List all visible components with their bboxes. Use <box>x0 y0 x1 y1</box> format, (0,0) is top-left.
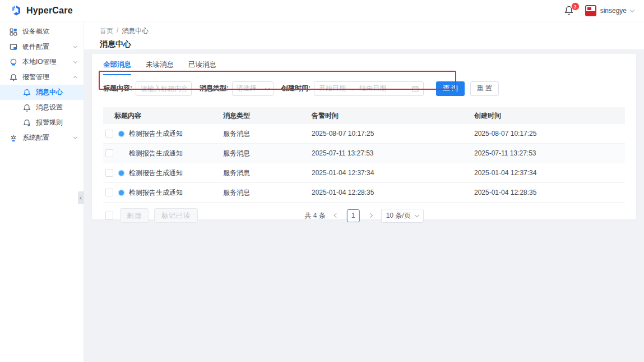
table-row[interactable]: 检测报告生成通知 服务消息 2025-01-04 12:37:34 2025-0… <box>103 163 625 183</box>
sidebar-item-local-io[interactable]: 本地IO管理 <box>0 54 84 70</box>
search-button[interactable]: 查询 <box>436 81 465 96</box>
sidebar-item-device-overview[interactable]: 设备概览 <box>0 24 84 39</box>
message-center-icon <box>22 88 31 97</box>
breadcrumb-separator: / <box>117 26 118 36</box>
alarm-time: 2025-01-04 12:28:35 <box>312 189 474 196</box>
title-content-input[interactable] <box>136 81 192 96</box>
unread-dot-icon <box>119 131 124 136</box>
chevron-up-icon <box>73 76 77 80</box>
message-title: 检测报告生成通知 <box>129 129 183 139</box>
table-row[interactable]: 检测报告生成通知 服务消息 2025-07-11 13:27:53 2025-0… <box>103 144 625 163</box>
chevron-down-icon <box>414 213 419 217</box>
user-menu[interactable]: sinsegye <box>585 5 634 16</box>
mark-read-button[interactable]: 标记已读 <box>154 208 198 223</box>
page-head: 首页 / 消息中心 消息中心 <box>84 21 644 49</box>
create-time: 2025-01-04 12:28:35 <box>474 189 625 196</box>
chevron-right-icon <box>368 213 372 218</box>
table-row[interactable]: 检测报告生成通知 服务消息 2025-08-07 10:17:25 2025-0… <box>103 124 625 144</box>
brand: HyperCare <box>10 4 73 17</box>
select-all-checkbox[interactable] <box>105 212 113 219</box>
gear-icon <box>9 134 17 142</box>
sidebar-item-alarm-rules[interactable]: 报警规则 <box>0 115 84 130</box>
range-arrow: → <box>349 85 356 93</box>
message-type-select[interactable]: 请选择 <box>232 81 274 96</box>
chevron-down-icon <box>265 85 270 90</box>
select-placeholder: 请选择 <box>237 84 257 93</box>
row-checkbox[interactable] <box>105 189 113 196</box>
alarm-time: 2025-07-11 13:27:53 <box>312 149 474 157</box>
table-header: 标题内容 消息类型 告警时间 创建时间 <box>103 107 625 124</box>
row-checkbox[interactable] <box>105 130 113 138</box>
tab-read-messages[interactable]: 已读消息 <box>188 60 216 75</box>
sidebar-item-message-center[interactable]: 消息中心 <box>0 85 84 100</box>
sidebar-item-label: 报警管理 <box>22 72 74 82</box>
table-footer: 删除 标记已读 共 4 条 1 10 条/页 <box>103 208 625 223</box>
page-number-1[interactable]: 1 <box>347 209 360 222</box>
chevron-down-icon <box>73 59 77 63</box>
top-bar: HyperCare 3 sinsegye <box>0 0 644 21</box>
brand-name: HyperCare <box>26 6 73 16</box>
reset-button[interactable]: 重置 <box>470 81 499 96</box>
delete-button[interactable]: 删除 <box>120 208 149 223</box>
prev-page-button[interactable] <box>333 214 340 217</box>
sidebar-item-label: 硬件配置 <box>22 42 74 52</box>
table-row[interactable]: 检测报告生成通知 服务消息 2025-01-04 12:28:35 2025-0… <box>103 183 625 203</box>
breadcrumb-current: 消息中心 <box>122 26 149 36</box>
message-table: 标题内容 消息类型 告警时间 创建时间 检测报告生成通知 服务消息 2025-0… <box>103 107 625 203</box>
top-bar-right: 3 sinsegye <box>564 5 634 16</box>
message-title: 检测报告生成通知 <box>129 149 183 158</box>
col-type: 消息类型 <box>223 111 312 121</box>
calendar-icon <box>412 85 419 92</box>
sidebar-item-label: 设备概览 <box>22 27 77 36</box>
col-title: 标题内容 <box>114 111 223 121</box>
chevron-down-icon <box>630 7 634 12</box>
notification-badge: 3 <box>571 2 580 11</box>
grid-icon <box>9 28 17 36</box>
avatar <box>585 5 596 16</box>
sidebar-item-hardware-config[interactable]: 硬件配置 <box>0 39 84 54</box>
unread-dot-icon <box>119 171 124 176</box>
message-center-card: 全部消息 未读消息 已读消息 标题内容: 消息类型: 请选择 创建时间: 开始日… <box>92 54 636 219</box>
hardware-icon <box>9 43 17 51</box>
message-type: 服务消息 <box>223 168 312 178</box>
message-title: 检测报告生成通知 <box>129 168 183 178</box>
type-filter-label: 消息类型: <box>200 84 229 93</box>
pagination: 共 4 条 1 10 条/页 <box>304 209 423 223</box>
breadcrumb-home[interactable]: 首页 <box>100 26 113 36</box>
username: sinsegye <box>600 7 627 15</box>
message-type: 服务消息 <box>223 149 312 158</box>
page-size-select[interactable]: 10 条/页 <box>381 209 424 223</box>
row-checkbox[interactable] <box>105 149 113 157</box>
chevron-left-icon <box>333 213 338 218</box>
create-time: 2025-01-04 12:37:34 <box>474 169 625 177</box>
chevron-down-icon <box>73 44 77 48</box>
alarm-time: 2025-08-07 10:17:25 <box>312 130 474 138</box>
sidebar-item-system-config[interactable]: 系统配置 <box>0 130 84 145</box>
app-root: HyperCare 3 sinsegye <box>0 0 644 362</box>
date-range-picker[interactable]: 开始日期 → 结束日期 <box>314 81 424 96</box>
sidebar-item-alarm-management[interactable]: 报警管理 <box>0 70 84 85</box>
sidebar-item-label: 系统配置 <box>22 133 74 143</box>
sidebar-item-label: 本地IO管理 <box>22 57 74 67</box>
filter-bar: 标题内容: 消息类型: 请选择 创建时间: 开始日期 → 结束日期 <box>103 81 625 96</box>
message-type: 服务消息 <box>223 188 312 198</box>
tab-unread-messages[interactable]: 未读消息 <box>146 60 174 75</box>
alarm-rule-icon <box>22 118 31 127</box>
time-filter-label: 创建时间: <box>281 84 311 93</box>
sidebar-item-label: 消息设置 <box>36 103 77 112</box>
sidebar: 设备概览 硬件配置 本地IO管理 <box>0 21 84 362</box>
page-size-value: 10 条/页 <box>386 211 411 221</box>
start-date-placeholder: 开始日期 <box>319 84 346 93</box>
message-title: 检测报告生成通知 <box>129 188 183 198</box>
next-page-button[interactable] <box>367 214 374 217</box>
sidebar-collapse-handle[interactable] <box>78 191 84 204</box>
row-checkbox[interactable] <box>105 169 113 177</box>
tab-all-messages[interactable]: 全部消息 <box>103 60 131 75</box>
end-date-placeholder: 结束日期 <box>359 84 409 93</box>
notification-bell-button[interactable]: 3 <box>564 5 575 16</box>
sidebar-item-message-settings[interactable]: 消息设置 <box>0 100 84 115</box>
create-time: 2025-08-07 10:17:25 <box>474 130 625 138</box>
breadcrumb: 首页 / 消息中心 <box>100 26 628 36</box>
message-type: 服务消息 <box>223 129 312 139</box>
total-count: 共 4 条 <box>304 211 325 221</box>
